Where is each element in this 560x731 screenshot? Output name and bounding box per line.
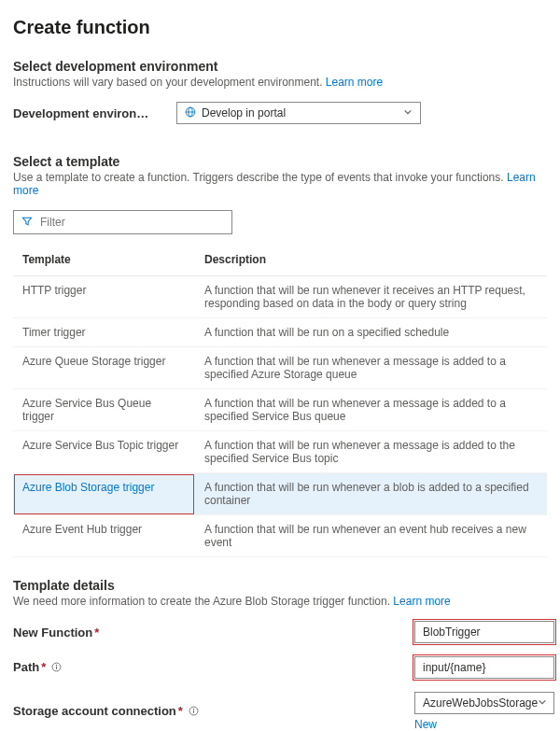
template-desc-cell: A function that will be run on a specifi… (195, 318, 547, 347)
table-row[interactable]: HTTP triggerA function that will be run … (13, 276, 547, 318)
chevron-down-icon (403, 106, 413, 119)
new-function-input[interactable] (414, 621, 554, 643)
template-desc-cell: A function that will be run whenever it … (195, 276, 547, 318)
table-row[interactable]: Azure Queue Storage triggerA function th… (13, 347, 547, 389)
filter-icon (21, 216, 33, 230)
template-filter-box[interactable] (13, 210, 232, 234)
template-filter-input[interactable] (38, 215, 224, 230)
svg-point-7 (192, 709, 193, 710)
path-input[interactable] (414, 656, 554, 679)
svg-point-4 (56, 665, 57, 666)
template-heading: Select a template (13, 154, 547, 169)
storage-conn-new-link[interactable]: New (414, 718, 437, 731)
dev-env-select-value: Develop in portal (202, 106, 286, 119)
template-name-cell: Azure Queue Storage trigger (13, 347, 195, 389)
table-row[interactable]: Azure Blob Storage triggerA function tha… (13, 473, 547, 515)
dev-env-field-label: Development environ… (13, 106, 176, 120)
col-template: Template (13, 246, 195, 276)
dev-env-select[interactable]: Develop in portal (176, 102, 421, 124)
dev-env-subtext: Instructions will vary based on your dev… (13, 76, 547, 89)
details-heading: Template details (13, 578, 547, 593)
svg-rect-8 (193, 710, 194, 713)
template-desc-cell: A function that will be run whenever a b… (195, 473, 547, 515)
dev-env-heading: Select development environment (13, 59, 547, 74)
storage-conn-select[interactable]: AzureWebJobsStorage (414, 692, 554, 714)
new-function-label: New Function* (13, 626, 414, 640)
details-sub-text: We need more information to create the A… (13, 595, 390, 608)
globe-icon (185, 106, 196, 120)
template-table: Template Description HTTP triggerA funct… (13, 246, 547, 557)
template-desc-cell: A function that will be run whenever an … (195, 515, 547, 557)
storage-conn-label: Storage account connection* (13, 704, 414, 719)
table-row[interactable]: Azure Service Bus Topic triggerA functio… (13, 431, 547, 473)
template-name-cell: HTTP trigger (13, 276, 195, 318)
info-icon[interactable] (51, 661, 62, 675)
template-desc-cell: A function that will be run whenever a m… (195, 347, 547, 389)
template-sub-text: Use a template to create a function. Tri… (13, 171, 504, 184)
svg-rect-5 (56, 667, 57, 669)
template-desc-cell: A function that will be run whenever a m… (195, 431, 547, 473)
table-row[interactable]: Azure Service Bus Queue triggerA functio… (13, 389, 547, 431)
template-subtext: Use a template to create a function. Tri… (13, 171, 547, 197)
template-desc-cell: A function that will be run whenever a m… (195, 389, 547, 431)
table-row[interactable]: Timer triggerA function that will be run… (13, 318, 547, 347)
path-label: Path* (13, 660, 414, 675)
template-name-cell: Azure Event Hub trigger (13, 515, 195, 557)
col-description: Description (195, 246, 547, 276)
table-row[interactable]: Azure Event Hub triggerA function that w… (13, 515, 547, 557)
chevron-down-icon (538, 696, 547, 710)
details-learn-more-link[interactable]: Learn more (393, 595, 450, 608)
template-name-cell: Azure Service Bus Queue trigger (13, 389, 195, 431)
storage-conn-value: AzureWebJobsStorage (423, 696, 538, 710)
details-subtext: We need more information to create the A… (13, 595, 547, 608)
template-name-cell: Azure Service Bus Topic trigger (13, 431, 195, 473)
info-icon[interactable] (189, 705, 199, 719)
page-title: Create function (13, 17, 547, 38)
template-name-cell: Timer trigger (13, 318, 195, 347)
dev-env-learn-more-link[interactable]: Learn more (326, 76, 383, 89)
dev-env-sub-text: Instructions will vary based on your dev… (13, 76, 323, 89)
template-name-cell: Azure Blob Storage trigger (13, 473, 195, 515)
